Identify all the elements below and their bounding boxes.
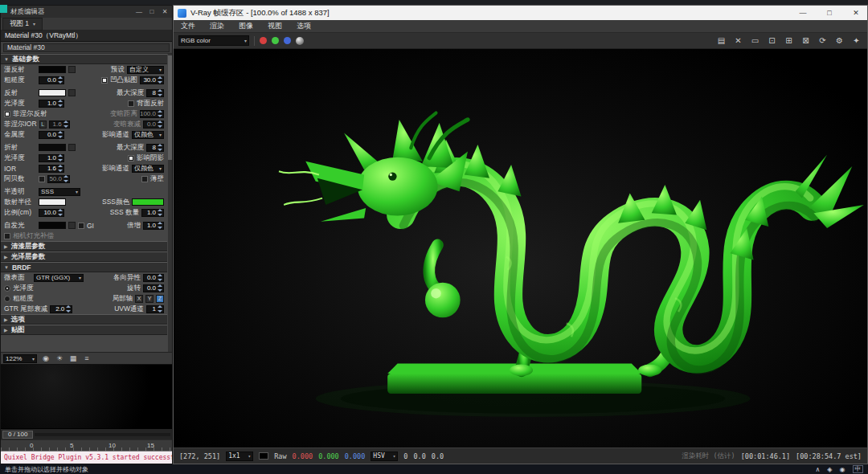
menu-view[interactable]: 视图 <box>260 21 289 31</box>
refract-depth-field[interactable]: 8 <box>146 144 164 152</box>
duplicate-buffer-icon[interactable]: ⊞ <box>783 36 795 45</box>
rotation-field[interactable]: 0.0 <box>143 284 164 292</box>
axis-y-button[interactable]: Y <box>145 295 154 303</box>
spinner-arrows[interactable] <box>58 131 63 138</box>
pixel-size-dropdown[interactable]: 1x1▾ <box>226 452 253 461</box>
axis-z-button[interactable]: Z <box>156 295 164 303</box>
section-sheen-params[interactable]: ▶ 光泽层参数 <box>1 251 167 262</box>
spinner-arrows[interactable] <box>158 284 162 292</box>
anisotropy-field[interactable]: 0.0 <box>143 274 164 282</box>
maxscript-mini-listener[interactable]: Quixel Bridge Plugin v5.3.1 started succ… <box>1 451 172 464</box>
metalness-field[interactable]: 0.0 <box>39 131 64 139</box>
use-roughness-radio[interactable] <box>4 296 10 302</box>
axis-x-button[interactable]: X <box>135 295 143 303</box>
fresnel-ior-field[interactable]: 1.6 <box>49 121 70 129</box>
refract-gloss-field[interactable]: 1.0 <box>39 154 64 162</box>
affect-shadows-checkbox[interactable] <box>128 155 134 161</box>
diffuse-map-button[interactable] <box>68 66 76 73</box>
bump-amount-field[interactable]: 30.0 <box>140 76 164 84</box>
back-reflect-checkbox[interactable] <box>128 100 134 107</box>
menu-file[interactable]: 文件 <box>174 21 203 31</box>
scatter-color-swatch[interactable] <box>39 198 66 206</box>
gloss-field[interactable]: 1.0 <box>39 100 64 108</box>
refract-map-button[interactable] <box>68 144 76 151</box>
refract-color-swatch[interactable] <box>39 144 66 151</box>
options-menu-icon[interactable]: ≡ <box>82 354 92 362</box>
zoom-level-dropdown[interactable]: 122%▾ <box>3 354 37 363</box>
region-render-icon[interactable]: ▭ <box>749 36 761 45</box>
max-depth-field[interactable]: 8 <box>146 89 164 97</box>
tab-view-1[interactable]: 视图 1 ▾ <box>2 18 43 31</box>
checker-background-icon[interactable]: ▦ <box>68 354 78 362</box>
spinner-arrows[interactable] <box>158 144 162 151</box>
thin-walled-checkbox[interactable] <box>141 176 148 182</box>
spinner-arrows[interactable] <box>58 209 63 216</box>
spinner-arrows[interactable] <box>158 305 162 313</box>
multiplier-field[interactable]: 1.0 <box>143 222 164 230</box>
track-bar-ruler[interactable]: 0 5 10 15 <box>1 439 172 451</box>
microfacet-dropdown[interactable]: GTR (GGX)▾ <box>34 274 84 282</box>
minimize-button[interactable]: — <box>133 8 145 15</box>
alpha-channel-button[interactable] <box>296 37 304 45</box>
affect-channels-dropdown[interactable]: 仅颜色▾ <box>132 131 164 139</box>
sample-sphere-icon[interactable]: ◉ <box>41 354 51 362</box>
gtr-falloff-field[interactable]: 2.0 <box>50 305 72 313</box>
channel-dropdown[interactable]: RGB color▾ <box>178 35 249 46</box>
backlight-icon[interactable]: ☀ <box>55 354 64 362</box>
translucency-dropdown[interactable]: SSS▾ <box>39 188 80 196</box>
dispersion-checkbox[interactable] <box>39 176 45 182</box>
roughness-field[interactable]: 0.0 <box>39 76 64 84</box>
spinner-arrows[interactable] <box>158 76 162 84</box>
gi-checkbox[interactable] <box>78 223 84 229</box>
section-brdf[interactable]: ▼ BRDF <box>1 262 167 272</box>
spinner-arrows[interactable] <box>158 121 162 128</box>
material-editor-titlebar[interactable]: 材质编辑器 — □ ✕ <box>1 6 172 18</box>
spinner-arrows[interactable] <box>158 89 162 96</box>
section-coat-params[interactable]: ▶ 清漆层参数 <box>1 241 167 251</box>
section-maps[interactable]: ▶ 贴图 <box>1 325 167 335</box>
pixel-ratio-icon[interactable]: ⊡ <box>766 36 778 45</box>
preset-dropdown[interactable]: 自定义 ▾ <box>127 66 164 74</box>
spinner-arrows[interactable] <box>58 165 63 172</box>
time-slider-handle[interactable]: 0 / 100 <box>2 431 33 439</box>
menu-render[interactable]: 渲染 <box>203 21 231 31</box>
bump-checkbox[interactable] <box>101 77 108 84</box>
sss-amount-field[interactable]: 1.0 <box>141 209 164 217</box>
track-mouse-icon[interactable]: ⊠ <box>800 36 812 45</box>
scrollbar-thumb[interactable] <box>168 55 172 160</box>
lens-effects-icon[interactable]: ✦ <box>850 36 862 45</box>
red-channel-button[interactable] <box>260 37 267 44</box>
spinner-arrows[interactable] <box>58 100 63 107</box>
spinner-arrows[interactable] <box>63 175 68 182</box>
menu-options[interactable]: 选项 <box>289 21 318 31</box>
reflect-color-swatch[interactable] <box>39 89 66 96</box>
section-options[interactable]: ▶ 选项 <box>1 314 167 325</box>
refract-affect-dropdown[interactable]: 仅颜色▾ <box>132 165 164 173</box>
minimize-button[interactable]: — <box>792 6 814 20</box>
reflect-map-button[interactable] <box>68 89 76 96</box>
tray-volume-icon[interactable]: ◉ <box>840 466 845 473</box>
settings-gear-icon[interactable]: ⚙ <box>833 36 845 45</box>
time-slider-track[interactable] <box>35 433 170 436</box>
spinner-arrows[interactable] <box>158 222 162 229</box>
spinner-arrows[interactable] <box>58 76 63 84</box>
spinner-arrows[interactable] <box>63 121 68 128</box>
close-button[interactable]: ✕ <box>159 8 170 15</box>
blue-channel-button[interactable] <box>284 37 291 44</box>
use-glossiness-radio[interactable] <box>4 285 10 292</box>
lock-button[interactable]: L <box>39 121 47 129</box>
refresh-icon[interactable]: ⟳ <box>817 36 829 45</box>
self-illum-map-button[interactable] <box>68 222 76 229</box>
spinner-arrows[interactable] <box>58 154 63 161</box>
uvw-channel-field[interactable]: 1 <box>146 305 164 313</box>
spinner-arrows[interactable] <box>66 305 71 313</box>
self-illum-swatch[interactable] <box>39 222 66 229</box>
close-button[interactable]: ✕ <box>845 6 867 20</box>
save-image-icon[interactable]: ▤ <box>715 36 727 45</box>
language-indicator[interactable]: 中 <box>853 465 864 473</box>
ior-field[interactable]: 1.6 <box>39 165 64 173</box>
spinner-arrows[interactable] <box>158 110 162 117</box>
diffuse-color-swatch[interactable] <box>39 66 66 73</box>
maximize-button[interactable]: □ <box>818 6 841 20</box>
dim-falloff-field[interactable]: 0.0 <box>143 121 164 129</box>
